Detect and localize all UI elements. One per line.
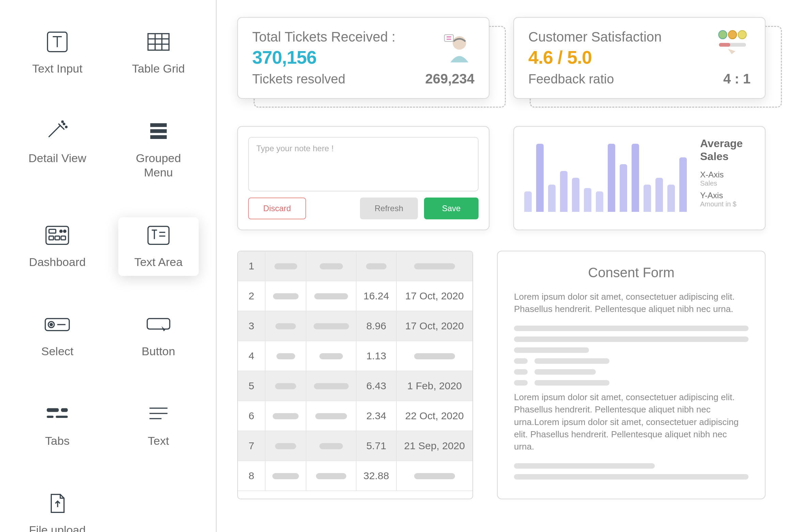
cell-date: 22 Oct, 2020 bbox=[396, 401, 473, 431]
grouped-menu-icon bbox=[143, 120, 174, 143]
table-row[interactable]: 832.88 bbox=[238, 461, 472, 491]
cell-value: 16.24 bbox=[356, 281, 396, 311]
svg-rect-21 bbox=[61, 408, 68, 412]
bar-5 bbox=[572, 178, 579, 212]
cell-date bbox=[396, 461, 473, 491]
feedback-icon bbox=[714, 28, 751, 67]
widget-table-grid[interactable]: Table Grid bbox=[118, 24, 199, 83]
svg-rect-15 bbox=[148, 226, 169, 244]
widget-label: Text Input bbox=[32, 61, 82, 76]
cell-placeholder bbox=[306, 431, 356, 461]
svg-point-27 bbox=[728, 31, 737, 39]
cell-placeholder bbox=[306, 311, 356, 341]
placeholder-line bbox=[514, 474, 749, 480]
cell-placeholder bbox=[306, 461, 356, 491]
widget-tabs[interactable]: Tabs bbox=[17, 396, 98, 455]
svg-rect-12 bbox=[49, 236, 54, 240]
cell-date: 17 Oct, 2020 bbox=[396, 311, 473, 341]
placeholder-blob bbox=[534, 380, 609, 386]
widget-label: Text bbox=[148, 434, 169, 448]
widget-label: Dashboard bbox=[29, 255, 86, 269]
cell-date: 1 Feb, 2020 bbox=[396, 371, 473, 401]
widget-text-area[interactable]: Text Area bbox=[118, 217, 199, 276]
tickets-sub-label: Tickets resolved bbox=[252, 72, 345, 87]
row-index: 2 bbox=[238, 281, 265, 311]
cell-value: 6.43 bbox=[356, 371, 396, 401]
dashboard-icon bbox=[42, 224, 73, 247]
svg-point-28 bbox=[738, 31, 746, 39]
cell-placeholder bbox=[265, 401, 306, 431]
cell-placeholder bbox=[306, 281, 356, 311]
cell-value: 32.88 bbox=[356, 461, 396, 491]
widget-sidebar: Text Input Table Grid Detail View Groupe… bbox=[0, 0, 217, 532]
save-button[interactable]: Save bbox=[424, 198, 479, 219]
select-icon bbox=[42, 313, 73, 336]
widget-file-upload[interactable]: File upload bbox=[17, 485, 98, 532]
bar-7 bbox=[596, 191, 603, 212]
row-index: 4 bbox=[238, 341, 265, 371]
table-row[interactable]: 216.2417 Oct, 2020 bbox=[238, 281, 472, 311]
svg-rect-5 bbox=[150, 123, 167, 127]
form-para-1: Lorem ipsum dolor sit amet, consectetuer… bbox=[514, 291, 749, 315]
form-title: Consent Form bbox=[514, 265, 749, 280]
cell-placeholder bbox=[306, 341, 356, 371]
x-axis-label: X-Axis bbox=[700, 170, 755, 179]
widget-text[interactable]: Text bbox=[118, 396, 199, 455]
refresh-button[interactable]: Refresh bbox=[360, 198, 418, 219]
csat-card[interactable]: Customer Satisfaction 4.6 / 5.0 Feedback… bbox=[513, 17, 766, 99]
widget-detail-view[interactable]: Detail View bbox=[17, 113, 98, 187]
widget-select[interactable]: Select bbox=[17, 307, 98, 365]
x-axis-sub: Sales bbox=[700, 179, 755, 187]
widget-label: Select bbox=[41, 344, 74, 359]
cell-value: 1.13 bbox=[356, 341, 396, 371]
table-row[interactable]: 38.9617 Oct, 2020 bbox=[238, 311, 472, 341]
svg-rect-7 bbox=[150, 135, 167, 139]
consent-form: Consent Form Lorem ipsum dolor sit amet,… bbox=[497, 251, 766, 499]
widget-label: Grouped Menu bbox=[136, 151, 181, 180]
bar-9 bbox=[620, 164, 627, 212]
placeholder-line bbox=[514, 347, 589, 353]
row-index: 6 bbox=[238, 401, 265, 431]
row-index: 3 bbox=[238, 311, 265, 341]
y-axis-label: Y-Axis bbox=[700, 191, 755, 200]
cell-placeholder bbox=[265, 251, 306, 281]
csat-sub-value: 4 : 1 bbox=[723, 71, 751, 87]
bar-11 bbox=[644, 185, 651, 212]
table-row[interactable]: 56.431 Feb, 2020 bbox=[238, 371, 472, 401]
tickets-card[interactable]: Total Tickets Received : 370,156 Tickets… bbox=[237, 17, 489, 99]
table-row[interactable]: 41.13 bbox=[238, 341, 472, 371]
row-index: 1 bbox=[238, 251, 265, 281]
widget-dashboard[interactable]: Dashboard bbox=[17, 217, 98, 276]
table-row[interactable]: 75.7121 Sep, 2020 bbox=[238, 431, 472, 461]
note-textarea[interactable]: Type your note here ! bbox=[248, 137, 479, 191]
row-index: 7 bbox=[238, 431, 265, 461]
placeholder-line bbox=[514, 326, 749, 331]
placeholder-line bbox=[514, 463, 655, 469]
row-index: 5 bbox=[238, 371, 265, 401]
svg-point-2 bbox=[63, 123, 65, 124]
table-row[interactable]: 62.3422 Oct, 2020 bbox=[238, 401, 472, 431]
svg-rect-23 bbox=[56, 416, 68, 418]
cell-date: 21 Sep, 2020 bbox=[396, 431, 473, 461]
file-upload-icon bbox=[42, 492, 73, 515]
bar-2 bbox=[536, 144, 544, 212]
table-grid-icon bbox=[143, 31, 174, 53]
widget-grouped-menu[interactable]: Grouped Menu bbox=[118, 113, 199, 187]
widget-button[interactable]: Button bbox=[118, 307, 199, 365]
widget-label: Tabs bbox=[45, 434, 70, 448]
table-row[interactable]: 1 bbox=[238, 251, 472, 281]
discard-button[interactable]: Discard bbox=[248, 198, 306, 219]
bar-14 bbox=[679, 157, 687, 212]
widget-label: Text Area bbox=[134, 255, 183, 269]
placeholder-line bbox=[514, 337, 749, 342]
svg-rect-30 bbox=[719, 43, 730, 47]
svg-rect-20 bbox=[47, 408, 59, 412]
cell-placeholder bbox=[306, 371, 356, 401]
bar-chart bbox=[524, 137, 690, 212]
widget-text-input[interactable]: Text Input bbox=[17, 24, 98, 83]
svg-point-4 bbox=[62, 121, 63, 122]
svg-rect-19 bbox=[147, 318, 170, 329]
cell-placeholder bbox=[265, 431, 306, 461]
svg-rect-1 bbox=[148, 34, 169, 50]
support-agent-icon bbox=[438, 28, 475, 67]
